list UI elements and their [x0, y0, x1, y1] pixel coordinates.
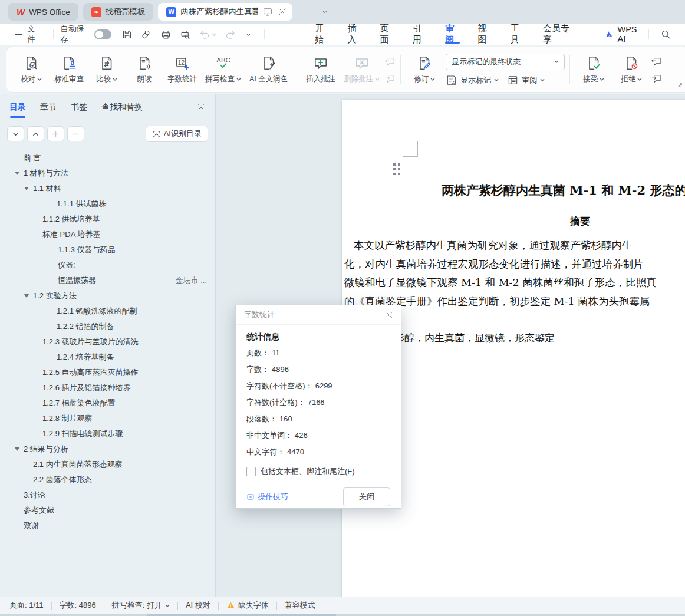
outline-item[interactable]: 1.1.2 供试培养基: [0, 212, 215, 227]
zoom-out-outline-button[interactable]: [67, 126, 84, 141]
outline-item[interactable]: 标准 PDA 培养基: [0, 227, 215, 242]
previous-comment-icon[interactable]: [384, 55, 396, 67]
new-tab-button[interactable]: [297, 4, 312, 19]
outline-item[interactable]: 恒温振荡器金坛市 ...: [0, 273, 215, 288]
tab-current-document[interactable]: W 两株产紫杉醇内生真菌M-1和: [158, 3, 292, 21]
missing-font-warning[interactable]: 缺失字体: [226, 600, 269, 611]
page-indicator[interactable]: 页面: 1/11: [9, 600, 44, 611]
horizontal-scrollbar[interactable]: [0, 614, 685, 616]
redo-button[interactable]: [220, 29, 240, 40]
word-count-indicator[interactable]: 字数: 4896: [60, 600, 96, 611]
expand-down-button[interactable]: [7, 126, 24, 141]
outline-item[interactable]: 参考文献: [0, 503, 215, 518]
tab-insert[interactable]: 插入: [338, 24, 371, 45]
insert-comment-button[interactable]: 插入批注: [302, 51, 340, 88]
file-menu-button[interactable]: 文件: [9, 24, 46, 45]
collapse-up-button[interactable]: [27, 126, 44, 141]
outline-item[interactable]: 仪器:: [0, 258, 215, 273]
sidebar-tab-bookmarks[interactable]: 书签: [71, 102, 87, 118]
tab-member[interactable]: 会员专享: [534, 24, 581, 45]
outline-item[interactable]: 前 言: [0, 150, 215, 166]
compare-button[interactable]: 比较: [88, 51, 126, 88]
outline-item[interactable]: 1.1.3 仪器与药品: [0, 242, 215, 258]
tab-tools[interactable]: 工具: [502, 24, 534, 45]
delete-comment-button[interactable]: 删除批注: [340, 51, 384, 88]
outline-item[interactable]: 1.2 实验方法: [0, 288, 215, 304]
drag-handle-icon[interactable]: [393, 163, 400, 175]
print-preview-button[interactable]: [176, 29, 195, 40]
zoom-in-outline-button[interactable]: [47, 126, 64, 141]
previous-change-icon[interactable]: [650, 55, 662, 67]
tab-wps-office[interactable]: W WPS Office: [8, 3, 78, 21]
outline-item[interactable]: 3.讨论: [0, 487, 215, 503]
read-aloud-button[interactable]: 朗读: [126, 51, 163, 88]
dialog-titlebar[interactable]: 字数统计: [236, 305, 401, 325]
autosave-toggle[interactable]: [94, 29, 111, 39]
accept-change-button[interactable]: 接受: [575, 51, 612, 88]
collapse-ribbon-button[interactable]: [240, 30, 257, 39]
outline-item[interactable]: 1.2.2 铝箔的制备: [0, 319, 215, 334]
monitor-icon[interactable]: [262, 6, 273, 17]
reject-change-button[interactable]: 拒绝: [612, 51, 650, 88]
outline-item[interactable]: 1.2.7 棉蓝染色液配置: [0, 396, 215, 411]
tab-reference[interactable]: 引用: [404, 24, 436, 45]
caret-down-icon[interactable]: [24, 294, 29, 298]
tab-docer-template[interactable]: ❧ 找稻壳模板: [83, 3, 154, 21]
outline-item[interactable]: 致谢: [0, 518, 215, 533]
close-dialog-icon[interactable]: [385, 311, 394, 319]
next-change-icon[interactable]: [650, 73, 662, 84]
ai-proofread-status[interactable]: AI 校对: [186, 600, 210, 611]
ai-recognize-toc-button[interactable]: AI识别目录: [146, 126, 208, 142]
caret-down-icon[interactable]: [15, 447, 19, 451]
sidebar-tab-find-replace[interactable]: 查找和替换: [101, 102, 143, 118]
review-pane-button[interactable]: 审阅: [507, 74, 545, 86]
compatibility-mode-indicator[interactable]: 兼容模式: [285, 600, 315, 611]
outline-item[interactable]: 1.1.1 供试菌株: [0, 196, 215, 212]
standard-review-button[interactable]: 标准审查: [50, 51, 88, 88]
outline-item[interactable]: 2.1 内生真菌菌落形态观察: [0, 457, 215, 472]
spell-check-button[interactable]: 拼写检查: [201, 51, 245, 88]
save-button[interactable]: [117, 29, 137, 40]
close-sidebar-icon[interactable]: [196, 103, 206, 112]
outline-item[interactable]: 1.2.9 扫描电镜测试步骤: [0, 426, 215, 442]
tips-link[interactable]: 操作技巧: [246, 492, 288, 502]
sidebar-tab-toc[interactable]: 目录: [9, 102, 26, 118]
include-footnotes-checkbox[interactable]: 包括文本框、脚注和尾注(F): [246, 465, 390, 478]
tab-review[interactable]: 审阅: [436, 24, 469, 45]
track-changes-button[interactable]: 修订: [406, 51, 443, 88]
tab-view[interactable]: 视图: [469, 24, 501, 45]
outline-item[interactable]: 1.2.3 载玻片与盖玻片的清洗: [0, 334, 215, 350]
undo-button[interactable]: [195, 29, 220, 40]
sidebar-tab-chapters[interactable]: 章节: [40, 102, 57, 118]
outline-item[interactable]: 1.1 材料: [0, 181, 215, 196]
proofread-button[interactable]: 校对: [12, 51, 50, 88]
scrollbar-thumb[interactable]: [147, 614, 336, 616]
close-button[interactable]: 关闭: [343, 487, 390, 506]
outline-item[interactable]: 1.2.5 自动高压蒸汽灭菌操作: [0, 365, 215, 380]
expand-corner-icon[interactable]: [677, 82, 683, 88]
tab-home[interactable]: 开始: [306, 24, 338, 45]
print-button[interactable]: [156, 29, 176, 40]
word-count-button[interactable]: 字数统计: [163, 51, 201, 88]
export-button[interactable]: [137, 29, 156, 40]
spell-check-status[interactable]: 拼写检查: 打开: [112, 600, 170, 611]
outline-item[interactable]: 2 结果与分析: [0, 442, 215, 457]
ai-polish-button[interactable]: AI 全文润色: [245, 51, 292, 88]
caret-down-icon[interactable]: [24, 187, 29, 190]
checkbox-icon[interactable]: [246, 467, 256, 476]
tab-page[interactable]: 页面: [371, 24, 404, 45]
next-comment-icon[interactable]: [384, 73, 396, 84]
wps-ai-button[interactable]: WPS AI: [604, 25, 641, 44]
outline-item[interactable]: 2.2 菌落个体形态: [0, 472, 215, 487]
outline-item[interactable]: 1.2.8 制片观察: [0, 411, 215, 426]
outline-item[interactable]: 1 材料与方法: [0, 166, 215, 181]
outline-item[interactable]: 1.2.1 铬酸洗涤液的配制: [0, 304, 215, 319]
caret-down-icon[interactable]: [15, 172, 19, 175]
outline-item[interactable]: 1.2.4 培养基制备: [0, 350, 215, 365]
search-button[interactable]: [656, 29, 676, 40]
show-markup-button[interactable]: 显示标记: [446, 74, 499, 86]
close-tab-icon[interactable]: [277, 6, 288, 17]
tab-list-dropdown[interactable]: [317, 4, 332, 19]
markup-state-select[interactable]: 显示标记的最终状态: [446, 54, 565, 70]
outline-item[interactable]: 1.2.6 插片及铝箔接种培养: [0, 380, 215, 396]
